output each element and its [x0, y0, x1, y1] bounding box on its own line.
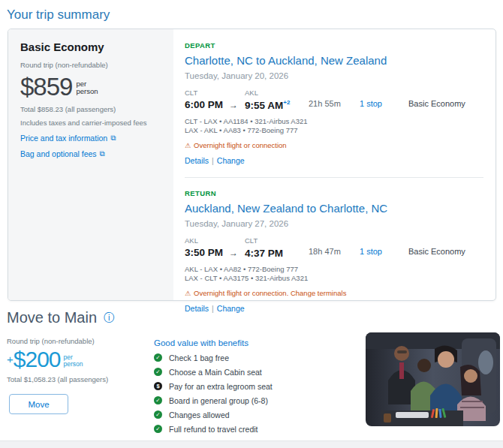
- arrival-time-value: 9:55 AM: [245, 99, 283, 110]
- flight-date: Tuesday, January 20, 2026: [185, 71, 483, 80]
- return-section: RETURN Auckland, New Zealand to Charlott…: [185, 189, 483, 313]
- bag-fees-link-label: Bag and optional fees: [20, 149, 97, 158]
- arrival-time: 4:37 PM: [245, 247, 283, 259]
- flight-date: Tuesday, January 27, 2026: [185, 219, 483, 228]
- benefit-item: ✓ Full refund to travel credit: [154, 425, 366, 433]
- segment-line: LAX - CLT • AA3175 • 321-Airbus A321: [185, 274, 483, 283]
- price-tax-link[interactable]: Price and tax information ⧉: [20, 134, 161, 143]
- check-circle-icon: ✓: [154, 410, 162, 419]
- dollar-circle-icon: $: [154, 382, 162, 390]
- flight-warning: ⚠ Overnight flight or connection: [185, 141, 483, 149]
- segment-list: CLT - LAX • AA1184 • 321-Airbus A321 LAX…: [185, 117, 483, 134]
- details-link[interactable]: Details: [185, 156, 209, 165]
- departure-time: 3:50 PM: [185, 247, 223, 258]
- trip-summary-card: Basic Economy Round trip (non-refundable…: [8, 29, 496, 301]
- fare-panel: Basic Economy Round trip (non-refundable…: [8, 29, 173, 300]
- benefit-label: Board in general group (6-8): [169, 396, 268, 405]
- benefit-item: ✓ Board in general group (6-8): [154, 396, 366, 404]
- depart-section: DEPART Charlotte, NC to Auckland, New Ze…: [185, 41, 483, 165]
- segment-line: CLT - LAX • AA1184 • 321-Airbus A321: [185, 117, 483, 126]
- upsell-trip-type: Round trip (non-refundable): [7, 337, 154, 345]
- benefit-item: ✓ Changes allowed: [154, 410, 366, 419]
- link-separator: |: [212, 156, 214, 165]
- plus-sign: +: [7, 353, 14, 365]
- upsell-price-row: + $200 per person: [7, 348, 154, 371]
- upsell-per-label: per person: [64, 354, 83, 368]
- benefit-item: $ Pay for an extra legroom seat: [154, 382, 366, 390]
- itinerary-panel: DEPART Charlotte, NC to Auckland, New Ze…: [173, 29, 495, 300]
- benefit-label: Full refund to travel credit: [169, 425, 258, 434]
- move-button[interactable]: Move: [9, 394, 68, 414]
- warning-icon: ⚠: [185, 290, 191, 297]
- external-link-icon: ⧉: [100, 149, 105, 158]
- departure-cell: CLT 6:00 PM →: [185, 89, 245, 111]
- fare-trip-type: Round trip (non-refundable): [20, 61, 161, 69]
- benefits-list: Good value with benefits ✓ Check 1 bag f…: [154, 338, 366, 433]
- benefit-label: Check 1 bag free: [169, 353, 229, 362]
- benefit-label: Choose a Main Cabin seat: [169, 368, 262, 377]
- check-circle-icon: ✓: [154, 368, 162, 376]
- price-per-label: per person: [76, 80, 98, 96]
- warning-text: Overnight flight or connection. Change t…: [194, 289, 346, 297]
- day-offset-badge: +2: [283, 99, 290, 106]
- benefit-item: ✓ Choose a Main Cabin seat: [154, 368, 366, 376]
- arrow-right-icon: →: [229, 248, 238, 258]
- departure-time: 6:00 PM: [185, 99, 223, 110]
- dest-code: AKL: [245, 89, 309, 98]
- arrival-cell: AKL 9:55 AM+2: [245, 89, 309, 111]
- route-heading: Charlotte, NC to Auckland, New Zealand: [185, 54, 483, 67]
- segment-line: AKL - LAX • AA82 • 772-Boeing 777: [185, 265, 483, 274]
- benefit-label: Changes allowed: [169, 410, 230, 419]
- section-divider: [185, 177, 483, 178]
- bag-fees-link[interactable]: Bag and optional fees ⧉: [20, 149, 161, 158]
- origin-code: CLT: [185, 89, 245, 98]
- upsell-total: Total $1,058.23 (all passengers): [7, 375, 154, 383]
- fare-total: Total $858.23 (all passengers): [20, 105, 161, 113]
- benefit-item: ✓ Check 1 bag free: [154, 353, 366, 362]
- person-word: person: [64, 360, 83, 368]
- external-link-icon: ⧉: [110, 134, 116, 143]
- info-icon[interactable]: ⓘ: [104, 311, 114, 325]
- warning-text: Overnight flight or connection: [194, 141, 287, 149]
- arrival-time-value: 4:37 PM: [245, 247, 283, 258]
- dest-code: CLT: [245, 236, 309, 246]
- fare-price: $859: [20, 74, 72, 99]
- check-circle-icon: ✓: [154, 425, 162, 433]
- check-circle-icon: ✓: [154, 396, 162, 404]
- benefits-title: Good value with benefits: [154, 338, 366, 347]
- arrival-time: 9:55 AM+2: [245, 99, 290, 111]
- price-tax-link-label: Price and tax information: [20, 134, 107, 143]
- check-circle-icon: ✓: [154, 353, 162, 362]
- duration: 21h 55m: [309, 89, 360, 111]
- stops-link[interactable]: 1 stop: [360, 247, 382, 256]
- direction-label: DEPART: [185, 41, 483, 50]
- bottom-section-divider: [0, 440, 503, 448]
- duration: 18h 47m: [309, 236, 360, 259]
- upsell-title: Move to Main: [7, 309, 97, 326]
- cabin-photo: [366, 332, 500, 426]
- fare-name: Basic Economy: [20, 41, 161, 53]
- flight-row: CLT 6:00 PM → AKL 9:55 AM+2 21h 55m 1 st…: [185, 89, 483, 111]
- direction-label: RETURN: [185, 189, 483, 197]
- upsell-price-column: Round trip (non-refundable) + $200 per p…: [7, 337, 154, 433]
- flight-warning: ⚠ Overnight flight or connection. Change…: [185, 289, 483, 297]
- origin-code: AKL: [185, 236, 245, 246]
- person-word: person: [76, 87, 98, 95]
- fare-includes-note: Includes taxes and carrier-imposed fees: [20, 119, 161, 127]
- warning-icon: ⚠: [185, 142, 191, 149]
- route-heading: Auckland, New Zealand to Charlotte, NC: [185, 202, 483, 215]
- cabin-label: Basic Economy: [408, 89, 483, 111]
- departure-cell: AKL 3:50 PM →: [185, 236, 245, 259]
- change-link[interactable]: Change: [217, 156, 245, 165]
- fare-price-row: $859 per person: [20, 74, 161, 99]
- benefit-label: Pay for an extra legroom seat: [169, 382, 273, 391]
- cabin-label: Basic Economy: [408, 236, 483, 259]
- stops-link[interactable]: 1 stop: [360, 99, 382, 108]
- per-word: per: [76, 80, 86, 88]
- flight-links: Details|Change: [185, 156, 483, 165]
- segment-list: AKL - LAX • AA82 • 772-Boeing 777 LAX - …: [185, 265, 483, 282]
- flight-row: AKL 3:50 PM → CLT 4:37 PM 18h 47m 1 stop…: [185, 236, 483, 259]
- segment-line: LAX - AKL • AA83 • 772-Boeing 777: [185, 126, 483, 135]
- page-title: Your trip summary: [0, 0, 503, 23]
- arrival-cell: CLT 4:37 PM: [245, 236, 309, 259]
